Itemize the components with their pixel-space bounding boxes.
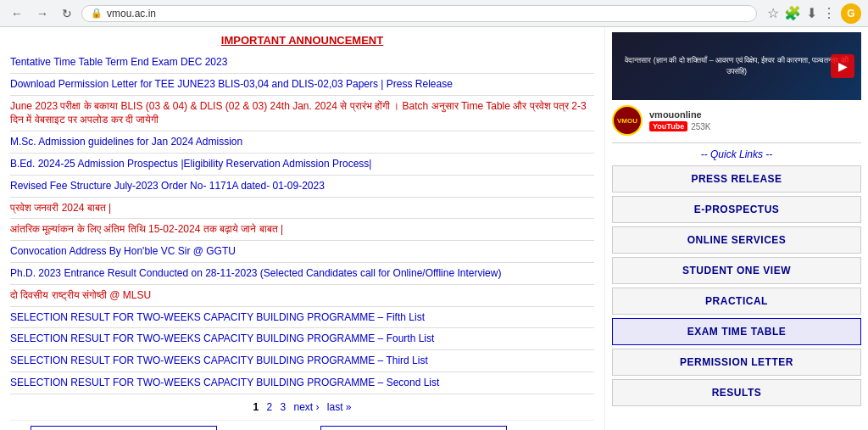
news-item: आंतरिक मूल्यांकन के लिए अंतिम तिथि 15-02…	[10, 219, 594, 241]
news-link[interactable]: Ph.D. 2023 Entrance Result Conducted on …	[10, 267, 501, 279]
news-link[interactable]: दो दिवसीय राष्ट्रीय संगोष्ठी @ MLSU	[10, 289, 151, 301]
download-icon[interactable]: ⬇	[806, 5, 817, 21]
browser-icons: ☆ 🧩 ⬇ ⋮ G	[767, 3, 861, 24]
forward-button[interactable]: →	[32, 5, 53, 22]
youtube-badge[interactable]: YouTube 253K	[649, 121, 711, 131]
left-panel: IMPORTANT ANNOUNCEMENT Tentative Time Ta…	[0, 27, 605, 430]
quick-link-button[interactable]: ONLINE SERVICES	[612, 226, 861, 254]
quick-link-button[interactable]: PERMISSION LETTER	[612, 349, 861, 376]
news-item: Tentative Time Table Term End Exam DEC 2…	[10, 52, 594, 74]
address-bar[interactable]: 🔒 vmou.ac.in	[81, 5, 757, 22]
news-link[interactable]: B.Ed. 2024-25 Admission Prospectus |Elig…	[10, 158, 371, 170]
pagination-current: 1	[253, 401, 259, 413]
quick-link-button[interactable]: PRESS RELEASE	[612, 165, 861, 193]
video-title-text: वेदान्तसार (ज्ञान की दो शक्तियाँ – आवरण …	[612, 52, 861, 80]
news-link[interactable]: M.Sc. Admission guidelines for Jan 2024 …	[10, 136, 242, 148]
news-item: दो दिवसीय राष्ट्रीय संगोष्ठी @ MLSU	[10, 285, 594, 307]
grid-row-right: •UGC-DEB	[311, 426, 585, 430]
announcement-header: IMPORTANT ANNOUNCEMENT	[10, 34, 594, 47]
back-button[interactable]: ←	[7, 5, 27, 22]
quick-link-button[interactable]: RESULTS	[612, 379, 861, 406]
user-avatar[interactable]: G	[841, 3, 861, 24]
url-text: vmou.ac.in	[107, 8, 156, 20]
pagination-next[interactable]: next ›	[291, 401, 319, 413]
news-link[interactable]: आंतरिक मूल्यांकन के लिए अंतिम तिथि 15-02…	[10, 223, 283, 235]
news-item: Convocation Address By Hon'ble VC Sir @ …	[10, 241, 594, 263]
video-thumbnail[interactable]: वेदान्तसार (ज्ञान की दो शक्तियाँ – आवरण …	[612, 32, 861, 100]
news-link[interactable]: प्रवेश जनवरी 2024 बाबत |	[10, 202, 111, 214]
news-item: Ph.D. 2023 Entrance Result Conducted on …	[10, 263, 594, 285]
quick-links-label: -- Quick Links --	[612, 142, 861, 160]
news-link[interactable]: Convocation Address By Hon'ble VC Sir @ …	[10, 245, 236, 257]
channel-logo: VMOU	[612, 105, 643, 136]
news-link[interactable]: SELECTION RESULT FOR TWO-WEEKS CAPACITY …	[10, 355, 428, 366]
quick-link-button[interactable]: E-PROSPECTUS	[612, 196, 861, 223]
browser-toolbar: ← → ↻ 🔒 vmou.ac.in ☆ 🧩 ⬇ ⋮ G	[0, 0, 868, 27]
main-layout: IMPORTANT ANNOUNCEMENT Tentative Time Ta…	[0, 27, 868, 430]
youtube-logo: YouTube	[649, 121, 687, 131]
channel-details: vmouonline YouTube 253K	[649, 109, 711, 131]
news-item: प्रवेश जनवरी 2024 बाबत |	[10, 198, 594, 220]
pagination: 1 2 3 next › last »	[10, 401, 594, 413]
channel-info: VMOU vmouonline YouTube 253K	[612, 105, 861, 136]
quick-link-button[interactable]: EXAM TIME TABLE	[612, 318, 861, 345]
news-item: Download Permission Letter for TEE JUNE2…	[10, 74, 594, 96]
news-link[interactable]: SELECTION RESULT FOR TWO-WEEKS CAPACITY …	[10, 311, 425, 323]
news-item: SELECTION RESULT FOR TWO-WEEKS CAPACITY …	[10, 307, 594, 329]
grid-link-button[interactable]: UGC-DEB	[320, 426, 507, 430]
news-item: June 2023 परीक्षा के बकाया BLIS (03 & 04…	[10, 96, 594, 132]
subscriber-count: 253K	[691, 122, 710, 131]
bottom-grid: •NAAC•UGC-DEB•CIQA•WEBINAR/ CONFERENCE/ …	[10, 420, 594, 430]
quick-link-button[interactable]: STUDENT ONE VIEW	[612, 257, 861, 284]
news-list: Tentative Time Table Term End Exam DEC 2…	[10, 52, 594, 394]
refresh-button[interactable]: ↻	[58, 5, 76, 22]
bookmark-icon[interactable]: ☆	[767, 5, 779, 21]
news-item: M.Sc. Admission guidelines for Jan 2024 …	[10, 131, 594, 154]
news-item: SELECTION RESULT FOR TWO-WEEKS CAPACITY …	[10, 372, 594, 394]
channel-name: vmouonline	[649, 109, 711, 120]
news-item: SELECTION RESULT FOR TWO-WEEKS CAPACITY …	[10, 328, 594, 350]
news-link[interactable]: SELECTION RESULT FOR TWO-WEEKS CAPACITY …	[10, 377, 439, 388]
lock-icon: 🔒	[91, 8, 103, 19]
quick-links-buttons: PRESS RELEASEE-PROSPECTUSONLINE SERVICES…	[612, 165, 861, 406]
news-link[interactable]: Revised Fee Structure July-2023 Order No…	[10, 180, 325, 192]
news-link[interactable]: Tentative Time Table Term End Exam DEC 2…	[10, 56, 227, 68]
menu-icon[interactable]: ⋮	[822, 5, 836, 21]
pagination-page[interactable]: 3	[277, 401, 286, 413]
grid-row-left: •NAAC	[20, 426, 294, 430]
news-link[interactable]: SELECTION RESULT FOR TWO-WEEKS CAPACITY …	[10, 332, 434, 344]
grid-link-button[interactable]: NAAC	[31, 426, 217, 430]
news-link[interactable]: June 2023 परीक्षा के बकाया BLIS (03 & 04…	[10, 100, 587, 126]
news-item: B.Ed. 2024-25 Admission Prospectus |Elig…	[10, 154, 594, 176]
play-button[interactable]: ▶	[831, 54, 854, 78]
right-panel: वेदान्तसार (ज्ञान की दो शक्तियाँ – आवरण …	[605, 27, 868, 430]
news-item: Revised Fee Structure July-2023 Order No…	[10, 176, 594, 198]
pagination-page[interactable]: 2	[264, 401, 272, 413]
quick-link-button[interactable]: PRACTICAL	[612, 288, 861, 315]
pagination-last[interactable]: last »	[325, 401, 352, 413]
news-item: SELECTION RESULT FOR TWO-WEEKS CAPACITY …	[10, 350, 594, 372]
news-link[interactable]: Download Permission Letter for TEE JUNE2…	[10, 78, 453, 90]
extensions-icon[interactable]: 🧩	[784, 5, 801, 21]
